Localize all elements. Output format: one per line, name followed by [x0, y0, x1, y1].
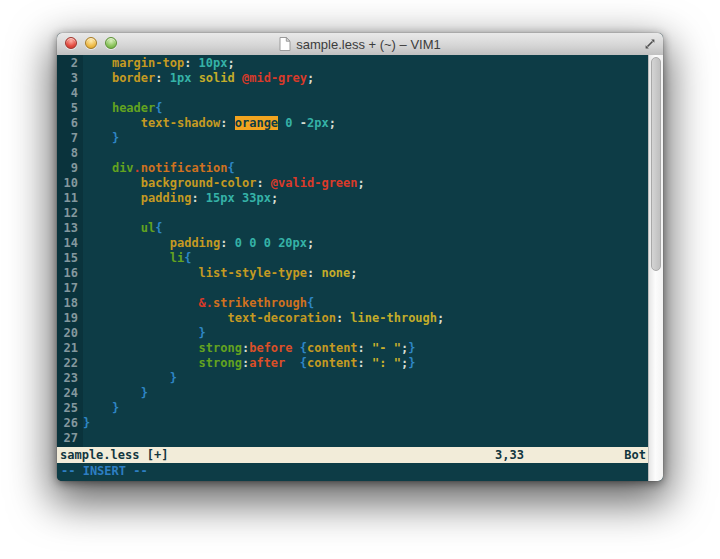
code-line: 7 }: [57, 131, 648, 146]
syntax-punct: :: [307, 266, 321, 280]
syntax-brace: }: [83, 416, 90, 430]
code-line: 27: [57, 431, 648, 446]
syntax-brace: }: [408, 356, 415, 370]
code-text: div.notification{: [83, 161, 235, 176]
code-line: 11 padding: 15px 33px;: [57, 191, 648, 206]
document-icon: [279, 37, 291, 51]
code-text: list-style-type: none;: [83, 266, 358, 281]
syntax-punct: :: [256, 176, 270, 190]
indent-whitespace: [83, 311, 228, 325]
line-number: 8: [57, 146, 83, 161]
indent-whitespace: [83, 131, 112, 145]
indent-whitespace: [83, 356, 199, 370]
syntax-punct: ;: [307, 71, 314, 85]
syntax-brace: }: [112, 131, 119, 145]
code-line: 5 header{: [57, 101, 648, 116]
code-area[interactable]: 2 margin-top: 10px;3 border: 1px solid @…: [57, 55, 648, 448]
line-number: 10: [57, 176, 83, 191]
syntax-num: 10px: [199, 56, 228, 70]
fullscreen-icon[interactable]: [643, 37, 657, 51]
code-line: 15 li{: [57, 251, 648, 266]
code-line: 17: [57, 281, 648, 296]
code-text: background-color: @valid-green;: [83, 176, 365, 191]
syntax-punct: ;: [271, 191, 278, 205]
syntax-val: solid: [199, 71, 235, 85]
syntax-punct: :: [336, 311, 350, 325]
syntax-val: line-through: [350, 311, 437, 325]
syntax-brace: }: [199, 326, 206, 340]
code-text: }: [83, 131, 119, 146]
minimize-button[interactable]: [85, 37, 97, 49]
statusline-scroll-indicator: Bot: [624, 447, 646, 463]
syntax-prop: background-color: [141, 176, 257, 190]
syntax-punct: -: [293, 116, 307, 130]
syntax-num: 0: [235, 236, 242, 250]
syntax-prop: text-shadow: [141, 116, 220, 130]
syntax-num: 33px: [242, 191, 271, 205]
window-controls: [65, 37, 117, 49]
syntax-var: .: [134, 161, 141, 175]
line-number: 24: [57, 386, 83, 401]
window-titlebar[interactable]: sample.less + (~) – VIM1: [57, 33, 663, 56]
syntax-num: 15px: [206, 191, 235, 205]
syntax-pseudo: before: [249, 341, 292, 355]
close-button[interactable]: [65, 37, 77, 49]
syntax-punct: [293, 341, 300, 355]
syntax-punct: :: [155, 71, 169, 85]
syntax-brace: }: [408, 341, 415, 355]
code-text: }: [83, 416, 90, 431]
line-number: 2: [57, 56, 83, 71]
syntax-punct: :: [358, 356, 372, 370]
syntax-brace: {: [155, 101, 162, 115]
vim-editor[interactable]: 2 margin-top: 10px;3 border: 1px solid @…: [57, 55, 663, 481]
code-line: 12: [57, 206, 648, 221]
syntax-brace: {: [300, 356, 307, 370]
syntax-sel: strong: [199, 341, 242, 355]
syntax-var: @mid-grey: [242, 71, 307, 85]
syntax-punct: :: [220, 116, 234, 130]
vim-statusline: sample.less [+] 3,33 Bot: [57, 447, 648, 463]
code-line: 18 &.strikethrough{: [57, 296, 648, 311]
scrollbar[interactable]: [648, 55, 663, 481]
code-text: li{: [83, 251, 191, 266]
line-number: 22: [57, 356, 83, 371]
code-text: border: 1px solid @mid-grey;: [83, 71, 314, 86]
syntax-prop: list-style-type: [199, 266, 307, 280]
scrollbar-thumb[interactable]: [651, 57, 661, 271]
line-number: 14: [57, 236, 83, 251]
indent-whitespace: [83, 221, 141, 235]
syntax-brace: {: [307, 296, 314, 310]
code-line: 3 border: 1px solid @mid-grey;: [57, 71, 648, 86]
zoom-button[interactable]: [105, 37, 117, 49]
line-number: 23: [57, 371, 83, 386]
mode-indicator: -- INSERT --: [61, 464, 148, 478]
indent-whitespace: [83, 371, 170, 385]
syntax-num: 20px: [278, 236, 307, 250]
syntax-sel: strong: [199, 356, 242, 370]
syntax-var: &.: [199, 296, 213, 310]
indent-whitespace: [83, 251, 170, 265]
code-line: 25 }: [57, 401, 648, 416]
code-line: 14 padding: 0 0 0 20px;: [57, 236, 648, 251]
syntax-punct: ;: [350, 266, 357, 280]
code-line: 21 strong:before {content: "- ";}: [57, 341, 648, 356]
line-number: 26: [57, 416, 83, 431]
syntax-punct: :: [220, 236, 234, 250]
indent-whitespace: [83, 191, 141, 205]
line-number: 6: [57, 116, 83, 131]
syntax-prop: content: [307, 341, 358, 355]
syntax-brace: {: [155, 221, 162, 235]
code-text: }: [83, 401, 119, 416]
syntax-punct: ;: [358, 176, 365, 190]
syntax-prop: margin-top: [112, 56, 184, 70]
window-title: sample.less + (~) – VIM1: [296, 37, 441, 52]
line-number: 15: [57, 251, 83, 266]
code-line: 20 }: [57, 326, 648, 341]
code-text: margin-top: 10px;: [83, 56, 235, 71]
indent-whitespace: [83, 266, 199, 280]
indent-whitespace: [83, 296, 199, 310]
syntax-prop: border: [112, 71, 155, 85]
syntax-str: ": ": [372, 356, 401, 370]
code-line: 19 text-decoration: line-through;: [57, 311, 648, 326]
syntax-brace: }: [112, 401, 119, 415]
